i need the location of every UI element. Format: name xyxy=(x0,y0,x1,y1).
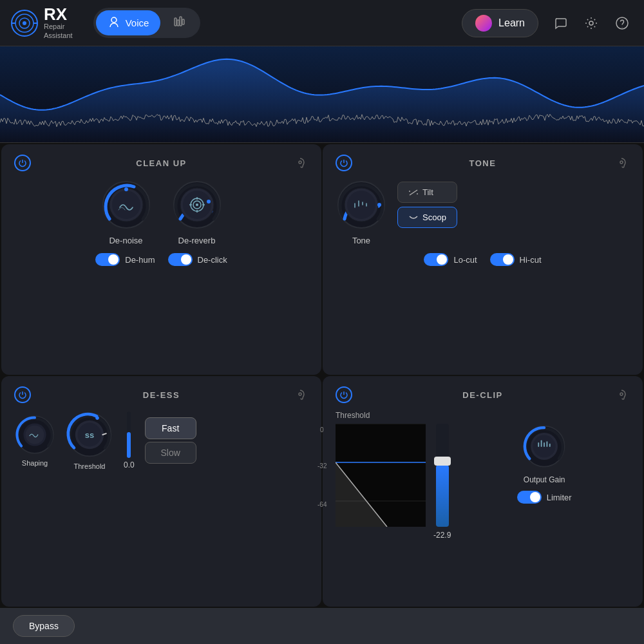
declip-header: DE-CLIP xyxy=(336,386,630,403)
hicut-toggle[interactable] xyxy=(490,253,515,266)
tone-label: Tone xyxy=(352,236,370,245)
declip-chart[interactable]: 0 -32 -64 xyxy=(336,424,426,527)
limiter-toggle[interactable] xyxy=(517,491,542,504)
declip-threshold-slider[interactable] xyxy=(436,424,449,527)
svg-rect-8 xyxy=(177,20,179,26)
learn-icon xyxy=(475,15,492,32)
svg-point-29 xyxy=(620,161,623,164)
mode-toggle: Voice xyxy=(93,8,201,38)
logo-area: RX RepairAssistant xyxy=(10,6,73,39)
declip-panel: DE-CLIP Threshold 0 -32 -64 xyxy=(323,376,643,607)
locut-toggle[interactable] xyxy=(424,253,448,266)
tone-panel: TONE xyxy=(323,144,643,375)
declip-right: Output Gain Limiter xyxy=(459,424,630,504)
declip-power-button[interactable] xyxy=(336,386,352,403)
declip-threshold-label: Threshold xyxy=(336,411,630,420)
tone-ear-button[interactable] xyxy=(613,155,630,171)
deess-ear-button[interactable] xyxy=(292,386,308,403)
svg-line-38 xyxy=(410,190,417,195)
locut-toggle-item: Lo-cut xyxy=(424,253,477,266)
cleanup-knobs: De-noise xyxy=(14,179,308,245)
voice-icon xyxy=(108,15,120,30)
hicut-label: Hi-cut xyxy=(520,255,542,265)
svg-point-6 xyxy=(111,17,117,23)
svg-point-13 xyxy=(299,161,301,164)
tone-power-button[interactable] xyxy=(336,155,352,171)
tone-title: TONE xyxy=(352,158,613,168)
limiter-toggle-item: Limiter xyxy=(517,491,572,504)
cleanup-header: CLEAN UP xyxy=(14,155,308,171)
tilt-button[interactable]: Tilt xyxy=(397,182,457,203)
dereverb-knob-container: De-reverb xyxy=(171,179,223,245)
declick-toggle[interactable] xyxy=(168,253,193,266)
svg-rect-7 xyxy=(175,18,176,26)
dereverb-knob[interactable] xyxy=(171,179,223,231)
scale-0: 0 xyxy=(320,426,324,433)
svg-text:ss: ss xyxy=(85,430,94,440)
mode-music-button[interactable] xyxy=(162,10,198,35)
cleanup-panel: CLEAN UP xyxy=(1,144,321,375)
logo-rx: RX xyxy=(44,6,73,23)
bypass-button[interactable]: Bypass xyxy=(13,615,75,637)
settings-button[interactable] xyxy=(580,12,603,35)
deess-panel: DE-ESS xyxy=(1,376,321,607)
cleanup-toggles: De-hum De-click xyxy=(14,253,308,266)
logo-subtitle: RepairAssistant xyxy=(44,23,73,39)
tone-controls: Tone Tilt Scoop xyxy=(336,179,630,245)
svg-point-17 xyxy=(124,187,128,191)
deess-vertical-slider[interactable] xyxy=(127,412,131,458)
logo-text: RX RepairAssistant xyxy=(44,6,73,39)
learn-button[interactable]: Learn xyxy=(462,9,538,37)
scoop-button[interactable]: Scoop xyxy=(397,207,457,228)
footer: Bypass xyxy=(0,608,644,644)
deess-power-button[interactable] xyxy=(14,386,31,403)
deess-threshold-label: Threshold xyxy=(74,462,106,470)
dehum-toggle-item: De-hum xyxy=(95,253,155,266)
locut-label: Lo-cut xyxy=(453,255,477,265)
svg-point-3 xyxy=(23,21,26,25)
denoise-knob-container: De-noise xyxy=(100,179,152,245)
output-gain-label: Output Gain xyxy=(524,475,565,484)
fast-button[interactable]: Fast xyxy=(145,417,196,439)
logo-icon xyxy=(10,9,39,37)
deess-threshold-value: 0.0 xyxy=(124,460,135,469)
hicut-toggle-item: Hi-cut xyxy=(490,253,542,266)
output-gain-knob[interactable] xyxy=(522,424,567,469)
slow-button[interactable]: Slow xyxy=(145,442,196,464)
cleanup-ear-button[interactable] xyxy=(292,155,308,171)
tone-header: TONE xyxy=(336,155,630,171)
music-icon xyxy=(173,15,186,30)
denoise-knob[interactable] xyxy=(100,179,152,231)
deess-slider-container: 0.0 xyxy=(124,412,135,469)
speed-buttons: Fast Slow xyxy=(145,417,196,464)
shaping-knob[interactable] xyxy=(14,414,55,455)
waveform-area[interactable] xyxy=(0,46,644,143)
deess-title: DE-ESS xyxy=(31,390,292,400)
tone-knob-container: Tone xyxy=(336,179,387,245)
tone-knob[interactable] xyxy=(336,179,387,231)
tone-toggles: Lo-cut Hi-cut xyxy=(336,253,630,266)
svg-point-44 xyxy=(26,426,44,444)
deess-threshold-knob[interactable]: ss xyxy=(66,411,113,459)
svg-point-49 xyxy=(95,416,99,420)
cleanup-power-button[interactable] xyxy=(14,155,31,171)
mode-voice-button[interactable]: Voice xyxy=(96,10,161,35)
main-content: CLEAN UP xyxy=(0,143,644,608)
header-icons xyxy=(549,12,634,35)
deess-header: DE-ESS xyxy=(14,386,308,403)
svg-point-24 xyxy=(196,204,198,206)
help-button[interactable] xyxy=(611,12,634,35)
chat-button[interactable] xyxy=(549,12,572,35)
declip-main: 0 -32 -64 -22.9 xyxy=(336,424,630,540)
svg-point-33 xyxy=(377,203,381,207)
declip-title: DE-CLIP xyxy=(352,390,613,400)
dereverb-label: De-reverb xyxy=(178,236,216,245)
scale-64: -64 xyxy=(317,501,327,508)
limiter-label: Limiter xyxy=(547,493,572,502)
declip-slider-area: -22.9 xyxy=(433,424,451,540)
header: RX RepairAssistant Voice xyxy=(0,0,644,46)
scale-32: -32 xyxy=(317,462,327,469)
declip-ear-button[interactable] xyxy=(613,386,630,403)
dehum-toggle[interactable] xyxy=(95,253,120,266)
tone-buttons: Tilt Scoop xyxy=(397,182,457,228)
